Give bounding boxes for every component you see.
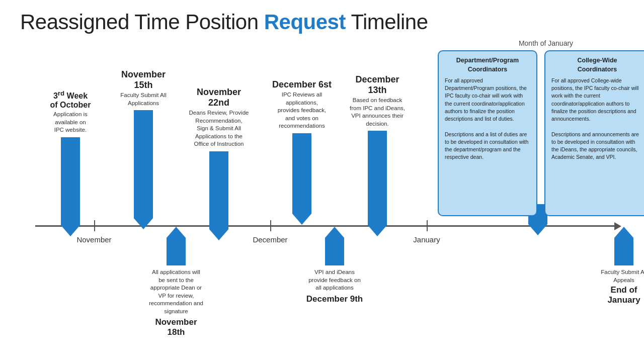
event-nov18: All applications willbe sent to theappro… [146,227,206,338]
event-dec9: VPI and iDeansprovide feedback onall app… [304,227,365,305]
oct3rd-desc: Application isavailable onIPC website. [53,111,88,134]
event-nov22: November 22nd Deans Review, ProvideRecom… [189,87,249,240]
nov22-bar [209,151,228,240]
dec6-date: December 6st [272,79,332,90]
dec13-date: December 13th [347,74,408,96]
dept-box-title: Department/ProgramCoordinators [445,56,530,74]
dept-coordinators-box: Department/ProgramCoordinators For all a… [438,50,537,216]
event-dec13: December 13th Based on feedbackfrom IPC … [347,74,408,236]
dec9-bar [325,227,344,265]
event-jan-end: Faculty Submit AllAppeals End of January [599,227,644,306]
nov22-desc: Deans Review, ProvideRecommendation,Sign… [189,109,249,148]
jan-end-desc: Faculty Submit AllAppeals [601,268,644,284]
dec9-desc: VPI and iDeansprovide feedback onall app… [308,268,361,292]
tick-november [94,220,95,231]
college-box-title: College-WideCoordinators [551,56,643,74]
dec13-bar [368,131,387,236]
nov22-date: November 22nd [189,87,249,108]
timeline-area: November December January 3rd Weekof Oct… [20,39,624,341]
month-december: December [253,235,287,244]
jan-end-bar [614,227,633,265]
jan-end-date: End of January [599,285,644,305]
nov15-desc: Faculty Submit AllApplications [120,92,166,107]
event-dec6: December 6st IPC Reviews allapplications… [272,79,332,225]
oct3rd-date: 3rd Weekof October [50,89,91,110]
page-title: Reassigned Time Position Request Timelin… [20,10,624,34]
nov15-bar [134,110,153,229]
nov18-date: November 18th [146,317,206,337]
month-january: January [413,235,440,244]
college-box-body: For all approved College-wide positions,… [551,77,643,161]
event-nov15: November 15th Faculty Submit AllApplicat… [118,69,169,229]
dec6-desc: IPC Reviews allapplications,provides fee… [278,91,327,130]
event-oct3rd: 3rd Weekof October Application isavailab… [48,89,93,236]
nov15-date: November 15th [118,69,169,90]
dept-box-body: For all approved Department/Program posi… [445,77,530,161]
nov18-desc: All applications willbe sent to theappro… [149,268,203,315]
tick-january [427,220,428,231]
oct3rd-bar [61,137,80,236]
dec13-desc: Based on feedbackfrom IPC and iDeans,VPI… [350,97,405,128]
tick-december [270,220,271,231]
college-coordinators-box: College-WideCoordinators For all approve… [544,50,644,216]
nov18-bar [167,227,186,265]
january-section-header: Month of January [438,39,644,47]
page: Reassigned Time Position Request Timelin… [0,0,644,362]
dec9-date: December 9th [306,294,363,304]
dec6-bar [292,133,311,225]
month-november: November [76,235,111,244]
